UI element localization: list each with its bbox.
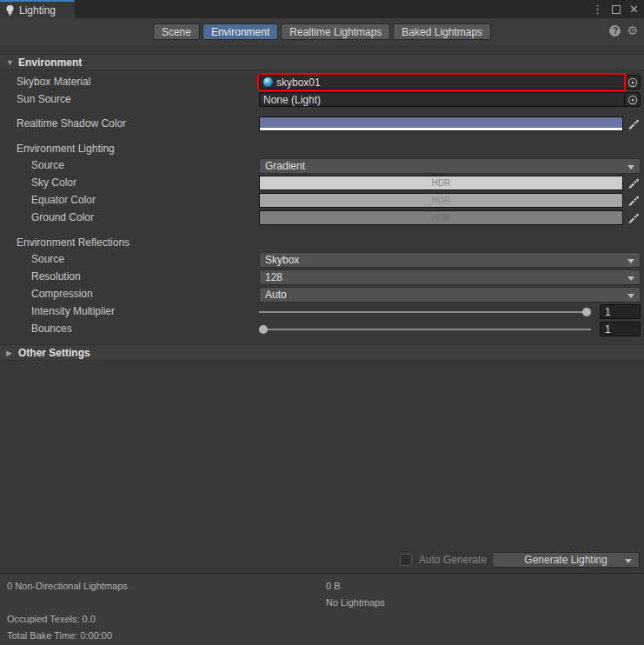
equator-color-label: Equator Color	[31, 194, 96, 206]
skybox-material-name: skybox01	[276, 76, 321, 89]
total-bake-time: Total Bake Time: 0:00:00	[7, 630, 112, 641]
lighting-window: Lighting ⋮ ✕ Scene Environment Realtime …	[0, 0, 644, 645]
window-title: Lighting	[19, 4, 56, 17]
gear-icon[interactable]: ⚙	[627, 24, 638, 37]
sun-source-value[interactable]: None (Light)	[259, 92, 624, 107]
chevron-down-icon	[627, 259, 634, 263]
help-icon[interactable]: ?	[609, 25, 621, 37]
hdr-badge: HDR	[260, 178, 622, 188]
reflections-source-value: Skybox	[265, 254, 299, 266]
reflections-source-dropdown[interactable]: Skybox	[259, 252, 641, 268]
sky-color-swatch[interactable]: HDR	[259, 176, 623, 190]
environment-lighting-group-row: Environment Lighting	[0, 141, 644, 158]
bounces-row: Bounces 1	[0, 321, 644, 338]
slider-handle[interactable]	[582, 308, 591, 316]
window-menu-icon[interactable]: ⋮	[592, 0, 603, 18]
lighting-toolbar: Scene Environment Realtime Lightmaps Bak…	[0, 18, 644, 45]
tab-baked-lightmaps[interactable]: Baked Lightmaps	[393, 23, 491, 40]
material-sphere-icon	[263, 77, 273, 87]
lightmaps-count: 0 Non-Directional Lightmaps	[7, 581, 128, 591]
skybox-material-value[interactable]: skybox01	[259, 75, 624, 90]
eyedropper-icon	[627, 177, 639, 189]
skybox-material-field[interactable]: skybox01	[259, 75, 641, 90]
realtime-shadow-color-swatch[interactable]	[259, 116, 623, 131]
sun-source-name: None (Light)	[263, 94, 321, 106]
slider-track	[259, 311, 591, 313]
compression-dropdown[interactable]: Auto	[259, 287, 641, 303]
other-settings-section-header[interactable]: ▶ Other Settings	[0, 344, 644, 361]
lighting-source-dropdown[interactable]: Gradient	[259, 158, 641, 174]
sky-color-row: Sky Color HDR	[0, 175, 644, 192]
sky-color-eyedropper[interactable]	[626, 176, 641, 190]
environment-reflections-label: Environment Reflections	[17, 236, 129, 249]
compression-row: Compression Auto	[0, 286, 644, 303]
realtime-shadow-color-row: Realtime Shadow Color	[0, 116, 644, 133]
ground-color-eyedropper[interactable]	[626, 210, 641, 225]
environment-reflections-group-row: Environment Reflections	[0, 235, 644, 252]
close-icon[interactable]: ✕	[629, 0, 639, 18]
skybox-material-label: Skybox Material	[17, 76, 90, 88]
color-area	[260, 117, 622, 128]
ground-color-label: Ground Color	[31, 211, 94, 223]
auto-generate-checkbox[interactable]	[400, 554, 412, 566]
ground-color-swatch[interactable]: HDR	[259, 210, 623, 225]
tab-realtime-lightmaps[interactable]: Realtime Lightmaps	[281, 23, 390, 40]
maximize-icon[interactable]	[612, 5, 621, 14]
lighting-window-tab[interactable]: Lighting	[0, 0, 75, 18]
skybox-material-row: Skybox Material skybox01	[0, 74, 644, 91]
skybox-material-object-picker[interactable]	[624, 75, 641, 90]
tab-environment[interactable]: Environment	[202, 23, 278, 40]
bounces-slider[interactable]	[259, 322, 591, 337]
foldout-open-icon: ▼	[6, 58, 15, 67]
chevron-down-icon	[627, 276, 634, 281]
intensity-multiplier-label: Intensity Multiplier	[31, 305, 115, 317]
sun-source-object-picker[interactable]	[624, 92, 641, 107]
lighting-source-label: Source	[31, 159, 64, 171]
intensity-multiplier-input[interactable]: 1	[600, 304, 641, 319]
generate-lighting-label: Generate Lighting	[524, 554, 607, 566]
intensity-multiplier-slider[interactable]	[259, 304, 591, 320]
auto-generate-label: Auto Generate	[419, 554, 487, 566]
sun-source-field[interactable]: None (Light)	[259, 92, 641, 107]
lightmaps-status: No Lightmaps	[326, 597, 385, 608]
chevron-down-icon	[627, 165, 634, 170]
sky-color-label: Sky Color	[31, 176, 76, 189]
intensity-multiplier-row: Intensity Multiplier 1	[0, 303, 644, 321]
window-controls: ⋮ ✕	[592, 0, 639, 18]
bounces-input[interactable]: 1	[600, 322, 641, 336]
tab-scene[interactable]: Scene	[153, 23, 200, 40]
slider-handle[interactable]	[259, 325, 268, 334]
compression-label: Compression	[31, 288, 93, 300]
slider-track	[259, 329, 591, 330]
equator-color-swatch[interactable]: HDR	[259, 193, 623, 208]
generate-lighting-button[interactable]: Generate Lighting	[492, 552, 640, 568]
alpha-bar	[260, 128, 622, 130]
resolution-dropdown[interactable]: 128	[259, 269, 641, 285]
hdr-badge: HDR	[260, 213, 622, 223]
mode-tabs: Scene Environment Realtime Lightmaps Bak…	[0, 23, 644, 40]
reflections-source-label: Source	[31, 253, 64, 265]
chevron-down-icon	[627, 294, 634, 298]
reflections-source-row: Source Skybox	[0, 251, 644, 269]
eyedropper-icon	[627, 212, 639, 223]
foldout-closed-icon: ▶	[6, 349, 15, 357]
toolbar-icons: ? ⚙	[609, 24, 638, 37]
environment-lighting-label: Environment Lighting	[17, 143, 115, 155]
eyedropper-icon	[627, 118, 639, 130]
other-settings-section-title: Other Settings	[18, 347, 90, 359]
lightbulb-icon	[5, 4, 15, 17]
shadow-color-eyedropper[interactable]	[626, 116, 641, 131]
resolution-label: Resolution	[31, 270, 81, 283]
compression-value: Auto	[265, 289, 287, 301]
realtime-shadow-color-label: Realtime Shadow Color	[17, 117, 126, 130]
chevron-down-icon	[625, 559, 632, 563]
resolution-value: 128	[265, 271, 282, 283]
occupied-texels: Occupied Texels: 0.0	[7, 614, 96, 624]
equator-color-eyedropper[interactable]	[626, 193, 641, 208]
ground-color-row: Ground Color HDR	[0, 209, 644, 227]
eyedropper-icon	[627, 195, 639, 206]
sun-source-row: Sun Source None (Light)	[0, 91, 644, 109]
environment-section-header[interactable]: ▼ Environment	[0, 54, 644, 70]
window-titlebar: Lighting ⋮ ✕	[0, 0, 644, 18]
bake-status-footer: 0 Non-Directional Lightmaps 0 B No Light…	[0, 573, 644, 645]
